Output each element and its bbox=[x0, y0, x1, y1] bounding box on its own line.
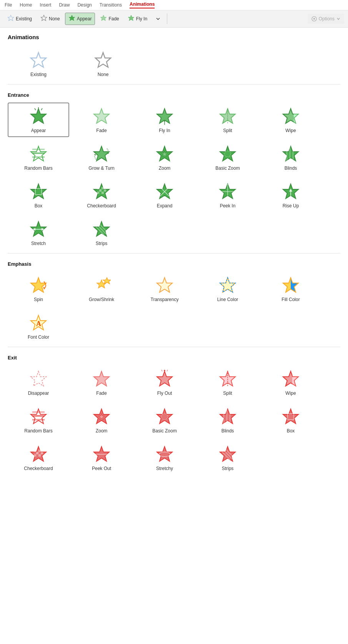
svg-line-12 bbox=[35, 108, 36, 110]
checkerboard-entrance-label: Checkerboard bbox=[87, 203, 116, 209]
anim-stretchy[interactable]: Stretchy bbox=[134, 440, 195, 475]
anim-expand[interactable]: Expand bbox=[134, 178, 195, 212]
spin-label: Spin bbox=[34, 297, 43, 302]
anim-peekout[interactable]: Peek Out bbox=[71, 440, 132, 475]
svg-marker-98 bbox=[220, 409, 235, 424]
svg-rect-25 bbox=[32, 152, 45, 154]
checkerboard-exit-icon bbox=[29, 445, 48, 464]
anim-fontcolor[interactable]: A Font Color bbox=[8, 309, 69, 344]
none-button[interactable]: None bbox=[37, 13, 63, 25]
svg-rect-42 bbox=[99, 189, 102, 192]
anim-strips-exit[interactable]: Strips bbox=[197, 440, 258, 475]
menu-draw[interactable]: Draw bbox=[59, 2, 70, 8]
svg-marker-77 bbox=[31, 371, 46, 386]
menu-animations[interactable]: Animations bbox=[130, 2, 155, 8]
anim-split-exit[interactable]: Split bbox=[197, 365, 258, 400]
svg-rect-41 bbox=[97, 187, 99, 189]
anim-checkerboard-exit[interactable]: Checkerboard bbox=[8, 440, 69, 475]
svg-rect-93 bbox=[32, 419, 45, 421]
svg-marker-29 bbox=[94, 154, 96, 156]
peekout-icon bbox=[92, 445, 111, 464]
anim-fillcolor[interactable]: Fill Color bbox=[260, 272, 321, 306]
anim-zoom-exit[interactable]: Zoom bbox=[71, 403, 132, 437]
anim-box-entrance[interactable]: Box bbox=[8, 178, 69, 212]
exit-grid: Disappear Fade Fly Out bbox=[8, 365, 340, 475]
basiczoom-entrance-label: Basic Zoom bbox=[215, 166, 240, 171]
anim-growshrink[interactable]: Grow/Shrink bbox=[71, 272, 132, 306]
anim-flyout[interactable]: Fly Out bbox=[134, 365, 195, 400]
menu-home[interactable]: Home bbox=[20, 2, 32, 8]
menu-file[interactable]: File bbox=[5, 2, 12, 8]
randombars-exit-label: Random Bars bbox=[24, 428, 52, 434]
randombars-exit-icon bbox=[29, 407, 48, 426]
fontcolor-label: Font Color bbox=[28, 334, 49, 340]
existing-button[interactable]: Existing bbox=[4, 13, 35, 25]
anim-linecolor[interactable]: Line Color bbox=[197, 272, 258, 306]
anim-disappear[interactable]: Disappear bbox=[8, 365, 69, 400]
checkerboard-exit-label: Checkerboard bbox=[24, 466, 53, 471]
fade-button[interactable]: Fade bbox=[97, 13, 122, 25]
anim-basiczoom-entrance[interactable]: Basic Zoom bbox=[197, 140, 258, 175]
disappear-icon bbox=[29, 370, 48, 388]
anim-transparency[interactable]: Transparency bbox=[134, 272, 195, 306]
flyin-label: Fly In bbox=[136, 16, 147, 22]
more-animations-dropdown[interactable] bbox=[152, 14, 164, 24]
growturn-label: Grow & Turn bbox=[88, 166, 114, 171]
anim-wipe-exit[interactable]: Wipe bbox=[260, 365, 321, 400]
svg-rect-110 bbox=[38, 454, 41, 457]
emphasis-title: Emphasis bbox=[8, 261, 340, 267]
blinds-exit-label: Blinds bbox=[221, 428, 234, 434]
blinds-entrance-icon bbox=[281, 145, 300, 163]
anim-strips-entrance[interactable]: Strips bbox=[71, 215, 132, 250]
anim-zoom-entrance[interactable]: Zoom bbox=[134, 140, 195, 175]
options-button[interactable]: Options bbox=[308, 14, 344, 24]
anim-blinds-exit[interactable]: Blinds bbox=[197, 403, 258, 437]
growshrink-label: Grow/Shrink bbox=[89, 297, 114, 302]
stretchy-icon bbox=[155, 445, 174, 464]
animations-toolbar: Existing None Appear Fade bbox=[0, 10, 348, 28]
blinds-entrance-label: Blinds bbox=[285, 166, 297, 171]
anim-box-exit[interactable]: Box bbox=[260, 403, 321, 437]
wipe-entrance-label: Wipe bbox=[285, 128, 296, 133]
anim-wipe-entrance[interactable]: Wipe bbox=[260, 103, 321, 137]
anim-basiczoom-exit[interactable]: Basic Zoom bbox=[134, 403, 195, 437]
anim-appear[interactable]: Appear bbox=[8, 103, 69, 137]
none-icon bbox=[94, 51, 112, 70]
existing-label: Existing bbox=[16, 16, 32, 22]
anim-randombars-entrance[interactable]: Random Bars bbox=[8, 140, 69, 175]
flyout-label: Fly Out bbox=[157, 391, 172, 396]
anim-riseup[interactable]: Rise Up bbox=[260, 178, 321, 212]
fillcolor-icon bbox=[281, 276, 300, 295]
flyin-button[interactable]: Fly In bbox=[124, 13, 151, 25]
anim-existing[interactable]: Existing bbox=[8, 46, 69, 81]
anim-fade-entrance[interactable]: Fade bbox=[71, 103, 132, 137]
anim-peekin[interactable]: Peek In bbox=[197, 178, 258, 212]
fade-entrance-label: Fade bbox=[96, 128, 107, 133]
transparency-label: Transparency bbox=[151, 297, 179, 302]
options-label: Options bbox=[319, 16, 335, 22]
anim-blinds-entrance[interactable]: Blinds bbox=[260, 140, 321, 175]
expand-icon bbox=[155, 182, 174, 201]
anim-spin[interactable]: Spin bbox=[8, 272, 69, 306]
expand-label: Expand bbox=[157, 203, 173, 209]
anim-randombars-exit[interactable]: Random Bars bbox=[8, 403, 69, 437]
animations-content: Animations Existing None Entrance bbox=[0, 28, 348, 481]
svg-rect-26 bbox=[32, 156, 45, 158]
svg-marker-78 bbox=[94, 371, 109, 386]
existing-item-label: Existing bbox=[30, 72, 47, 77]
anim-fade-exit[interactable]: Fade bbox=[71, 365, 132, 400]
anim-none[interactable]: None bbox=[72, 46, 134, 81]
svg-text:A: A bbox=[36, 320, 41, 328]
zoom-entrance-icon bbox=[155, 145, 174, 163]
svg-marker-0 bbox=[8, 15, 14, 21]
anim-growturn[interactable]: Grow & Turn bbox=[71, 140, 132, 175]
appear-button[interactable]: Appear bbox=[65, 13, 95, 25]
anim-checkerboard-entrance[interactable]: Checkerboard bbox=[71, 178, 132, 212]
anim-flyin[interactable]: Fly In bbox=[134, 103, 195, 137]
anim-stretch[interactable]: Stretch bbox=[8, 215, 69, 250]
disappear-label: Disappear bbox=[28, 391, 49, 396]
menu-insert[interactable]: Insert bbox=[40, 2, 51, 8]
anim-split-entrance[interactable]: Split bbox=[197, 103, 258, 137]
menu-design[interactable]: Design bbox=[77, 2, 92, 8]
menu-transitions[interactable]: Transitions bbox=[100, 2, 122, 8]
